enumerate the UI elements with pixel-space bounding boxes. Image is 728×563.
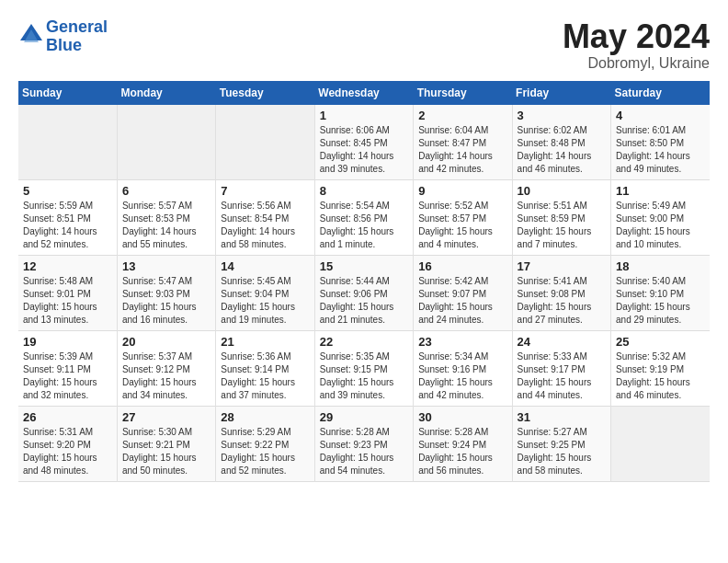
- calendar-cell: 31Sunrise: 5:27 AM Sunset: 9:25 PM Dayli…: [512, 406, 610, 481]
- day-number: 4: [616, 109, 705, 122]
- location: Dobromyl, Ukraine: [563, 55, 710, 72]
- day-info: Sunrise: 5:57 AM Sunset: 8:53 PM Dayligh…: [122, 200, 210, 251]
- day-number: 18: [616, 259, 705, 273]
- calendar-cell: 20Sunrise: 5:37 AM Sunset: 9:12 PM Dayli…: [117, 330, 215, 406]
- day-number: 13: [122, 259, 210, 273]
- calendar-cell: 28Sunrise: 5:29 AM Sunset: 9:22 PM Dayli…: [216, 406, 314, 481]
- day-info: Sunrise: 5:34 AM Sunset: 9:16 PM Dayligh…: [418, 350, 506, 402]
- day-info: Sunrise: 5:29 AM Sunset: 9:22 PM Dayligh…: [221, 426, 309, 477]
- day-number: 11: [616, 184, 705, 198]
- calendar-week-3: 12Sunrise: 5:48 AM Sunset: 9:01 PM Dayli…: [18, 255, 710, 330]
- calendar-week-1: 1Sunrise: 6:06 AM Sunset: 8:45 PM Daylig…: [18, 105, 710, 180]
- weekday-header-row: SundayMondayTuesdayWednesdayThursdayFrid…: [18, 81, 710, 105]
- day-number: 22: [320, 335, 408, 349]
- day-info: Sunrise: 5:39 AM Sunset: 9:11 PM Dayligh…: [23, 350, 112, 402]
- day-number: 15: [320, 259, 408, 273]
- day-number: 10: [518, 184, 606, 198]
- day-info: Sunrise: 5:33 AM Sunset: 9:17 PM Dayligh…: [518, 350, 606, 402]
- day-info: Sunrise: 5:27 AM Sunset: 9:25 PM Dayligh…: [518, 426, 606, 477]
- weekday-header-monday: Monday: [117, 81, 215, 105]
- day-number: 5: [23, 184, 112, 198]
- day-number: 21: [221, 335, 309, 349]
- page-header: General Blue May 2024 Dobromyl, Ukraine: [18, 18, 710, 72]
- calendar-cell: 22Sunrise: 5:35 AM Sunset: 9:15 PM Dayli…: [314, 330, 413, 406]
- calendar-cell: 5Sunrise: 5:59 AM Sunset: 8:51 PM Daylig…: [18, 179, 117, 255]
- day-info: Sunrise: 5:41 AM Sunset: 9:08 PM Dayligh…: [518, 275, 606, 327]
- day-info: Sunrise: 5:49 AM Sunset: 9:00 PM Dayligh…: [616, 200, 705, 251]
- calendar-week-2: 5Sunrise: 5:59 AM Sunset: 8:51 PM Daylig…: [18, 179, 710, 255]
- day-number: 16: [418, 259, 506, 273]
- day-info: Sunrise: 5:45 AM Sunset: 9:04 PM Dayligh…: [221, 275, 309, 327]
- day-number: 28: [221, 410, 309, 424]
- logo-blue: Blue: [46, 36, 82, 54]
- calendar-cell: 19Sunrise: 5:39 AM Sunset: 9:11 PM Dayli…: [18, 330, 117, 406]
- day-info: Sunrise: 6:01 AM Sunset: 8:50 PM Dayligh…: [616, 124, 705, 176]
- day-number: 17: [518, 259, 606, 273]
- day-info: Sunrise: 5:42 AM Sunset: 9:07 PM Dayligh…: [418, 275, 506, 327]
- weekday-header-thursday: Thursday: [414, 81, 512, 105]
- calendar-cell: 11Sunrise: 5:49 AM Sunset: 9:00 PM Dayli…: [611, 179, 710, 255]
- day-number: 12: [23, 259, 112, 273]
- calendar-cell: 21Sunrise: 5:36 AM Sunset: 9:14 PM Dayli…: [216, 330, 314, 406]
- logo-general: General: [46, 17, 108, 36]
- logo-icon: [18, 22, 44, 48]
- calendar-cell: 16Sunrise: 5:42 AM Sunset: 9:07 PM Dayli…: [414, 255, 512, 330]
- day-info: Sunrise: 5:35 AM Sunset: 9:15 PM Dayligh…: [320, 350, 408, 402]
- calendar-cell: 24Sunrise: 5:33 AM Sunset: 9:17 PM Dayli…: [512, 330, 610, 406]
- calendar-cell: 27Sunrise: 5:30 AM Sunset: 9:21 PM Dayli…: [117, 406, 215, 481]
- day-number: 8: [320, 184, 408, 198]
- calendar-cell: 23Sunrise: 5:34 AM Sunset: 9:16 PM Dayli…: [414, 330, 512, 406]
- day-info: Sunrise: 5:51 AM Sunset: 8:59 PM Dayligh…: [518, 200, 606, 251]
- day-number: 1: [320, 109, 408, 122]
- day-number: 7: [221, 184, 309, 198]
- calendar-cell: 14Sunrise: 5:45 AM Sunset: 9:04 PM Dayli…: [216, 255, 314, 330]
- day-info: Sunrise: 5:31 AM Sunset: 9:20 PM Dayligh…: [23, 426, 112, 477]
- day-info: Sunrise: 5:36 AM Sunset: 9:14 PM Dayligh…: [221, 350, 309, 402]
- logo: General Blue: [18, 18, 108, 55]
- day-number: 9: [418, 184, 506, 198]
- day-info: Sunrise: 5:54 AM Sunset: 8:56 PM Dayligh…: [320, 200, 408, 251]
- day-number: 2: [418, 109, 506, 122]
- calendar-cell: [611, 406, 710, 481]
- calendar-cell: [18, 105, 117, 180]
- day-number: 25: [616, 335, 705, 349]
- calendar-cell: 13Sunrise: 5:47 AM Sunset: 9:03 PM Dayli…: [117, 255, 215, 330]
- calendar-cell: 3Sunrise: 6:02 AM Sunset: 8:48 PM Daylig…: [512, 105, 610, 180]
- day-number: 26: [23, 410, 112, 424]
- day-info: Sunrise: 5:47 AM Sunset: 9:03 PM Dayligh…: [122, 275, 210, 327]
- calendar-cell: 9Sunrise: 5:52 AM Sunset: 8:57 PM Daylig…: [414, 179, 512, 255]
- day-number: 31: [518, 410, 606, 424]
- day-info: Sunrise: 5:56 AM Sunset: 8:54 PM Dayligh…: [221, 200, 309, 251]
- calendar-cell: 12Sunrise: 5:48 AM Sunset: 9:01 PM Dayli…: [18, 255, 117, 330]
- day-info: Sunrise: 5:28 AM Sunset: 9:23 PM Dayligh…: [320, 426, 408, 477]
- day-number: 20: [122, 335, 210, 349]
- weekday-header-tuesday: Tuesday: [216, 81, 314, 105]
- day-number: 3: [518, 109, 606, 122]
- weekday-header-wednesday: Wednesday: [314, 81, 413, 105]
- day-info: Sunrise: 5:52 AM Sunset: 8:57 PM Dayligh…: [418, 200, 506, 251]
- calendar-table: SundayMondayTuesdayWednesdayThursdayFrid…: [18, 81, 710, 482]
- day-number: 24: [518, 335, 606, 349]
- calendar-cell: 4Sunrise: 6:01 AM Sunset: 8:50 PM Daylig…: [611, 105, 710, 180]
- weekday-header-friday: Friday: [512, 81, 610, 105]
- day-info: Sunrise: 5:30 AM Sunset: 9:21 PM Dayligh…: [122, 426, 210, 477]
- day-number: 19: [23, 335, 112, 349]
- calendar-cell: 2Sunrise: 6:04 AM Sunset: 8:47 PM Daylig…: [414, 105, 512, 180]
- calendar-cell: 7Sunrise: 5:56 AM Sunset: 8:54 PM Daylig…: [216, 179, 314, 255]
- day-number: 27: [122, 410, 210, 424]
- day-info: Sunrise: 5:37 AM Sunset: 9:12 PM Dayligh…: [122, 350, 210, 402]
- calendar-cell: 29Sunrise: 5:28 AM Sunset: 9:23 PM Dayli…: [314, 406, 413, 481]
- weekday-header-sunday: Sunday: [18, 81, 117, 105]
- calendar-cell: 30Sunrise: 5:28 AM Sunset: 9:24 PM Dayli…: [414, 406, 512, 481]
- calendar-cell: 1Sunrise: 6:06 AM Sunset: 8:45 PM Daylig…: [314, 105, 413, 180]
- calendar-week-5: 26Sunrise: 5:31 AM Sunset: 9:20 PM Dayli…: [18, 406, 710, 481]
- day-info: Sunrise: 6:02 AM Sunset: 8:48 PM Dayligh…: [518, 124, 606, 176]
- day-number: 6: [122, 184, 210, 198]
- month-title: May 2024: [563, 18, 710, 55]
- day-number: 23: [418, 335, 506, 349]
- calendar-cell: 10Sunrise: 5:51 AM Sunset: 8:59 PM Dayli…: [512, 179, 610, 255]
- calendar-cell: 6Sunrise: 5:57 AM Sunset: 8:53 PM Daylig…: [117, 179, 215, 255]
- day-info: Sunrise: 5:48 AM Sunset: 9:01 PM Dayligh…: [23, 275, 112, 327]
- calendar-cell: 17Sunrise: 5:41 AM Sunset: 9:08 PM Dayli…: [512, 255, 610, 330]
- weekday-header-saturday: Saturday: [611, 81, 710, 105]
